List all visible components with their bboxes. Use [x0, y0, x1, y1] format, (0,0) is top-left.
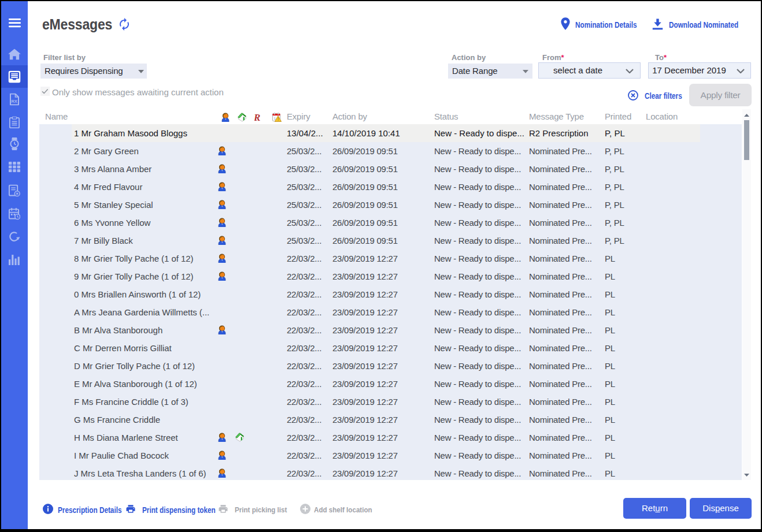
svg-text:RX: RX	[11, 99, 17, 104]
